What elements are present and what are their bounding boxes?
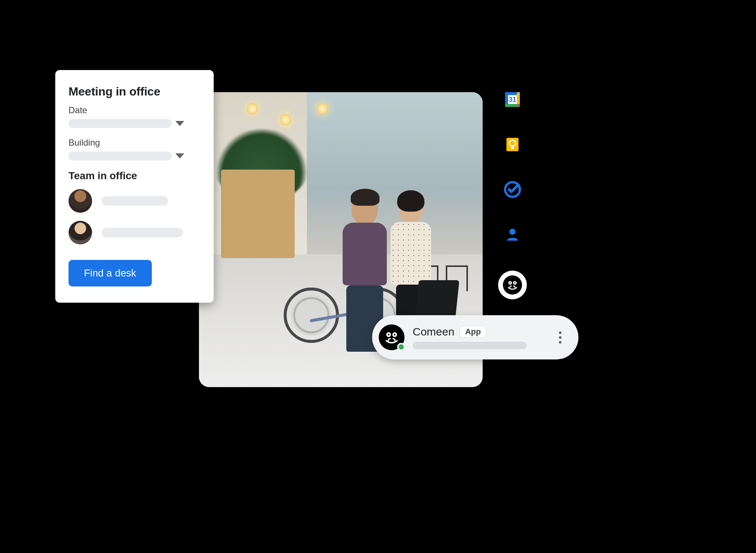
calendar-icon[interactable]: 31 — [504, 91, 521, 108]
contacts-icon[interactable] — [504, 226, 521, 243]
keep-icon[interactable] — [504, 136, 521, 153]
chat-subtitle-placeholder — [413, 342, 527, 349]
comeen-app-icon[interactable] — [498, 271, 527, 299]
building-value-placeholder — [69, 152, 172, 160]
teammate-row — [69, 221, 200, 244]
date-select[interactable] — [69, 119, 200, 128]
chevron-down-icon — [175, 153, 184, 159]
svg-point-18 — [394, 334, 395, 335]
team-section-title: Team in office — [69, 170, 200, 182]
chat-app-chip[interactable]: Comeen App — [372, 315, 578, 359]
tasks-icon[interactable] — [504, 181, 521, 198]
chat-app-name: Comeen — [413, 326, 454, 338]
svg-point-10 — [510, 229, 516, 235]
date-value-placeholder — [69, 119, 172, 128]
building-select[interactable] — [69, 152, 200, 160]
more-options-button[interactable] — [555, 331, 565, 344]
avatar — [69, 221, 92, 244]
svg-point-14 — [514, 282, 515, 284]
date-label: Date — [69, 105, 200, 115]
chevron-down-icon — [175, 121, 184, 126]
svg-rect-8 — [511, 146, 514, 149]
avatar — [69, 189, 92, 213]
teammate-name-placeholder — [102, 228, 183, 237]
meeting-card: Meeting in office Date Building Team in … — [55, 70, 214, 303]
chat-app-avatar — [379, 324, 405, 350]
svg-text:31: 31 — [509, 96, 516, 103]
find-desk-button[interactable]: Find a desk — [69, 260, 152, 286]
svg-point-13 — [510, 282, 511, 284]
side-panel-rail: 31 — [498, 91, 527, 299]
comeen-logo-icon — [503, 275, 522, 295]
app-badge: App — [459, 326, 486, 338]
teammate-name-placeholder — [102, 196, 168, 206]
card-title: Meeting in office — [69, 85, 200, 98]
building-label: Building — [69, 138, 200, 148]
teammate-row — [69, 189, 200, 213]
presence-indicator-icon — [397, 343, 405, 351]
svg-point-17 — [388, 334, 389, 335]
